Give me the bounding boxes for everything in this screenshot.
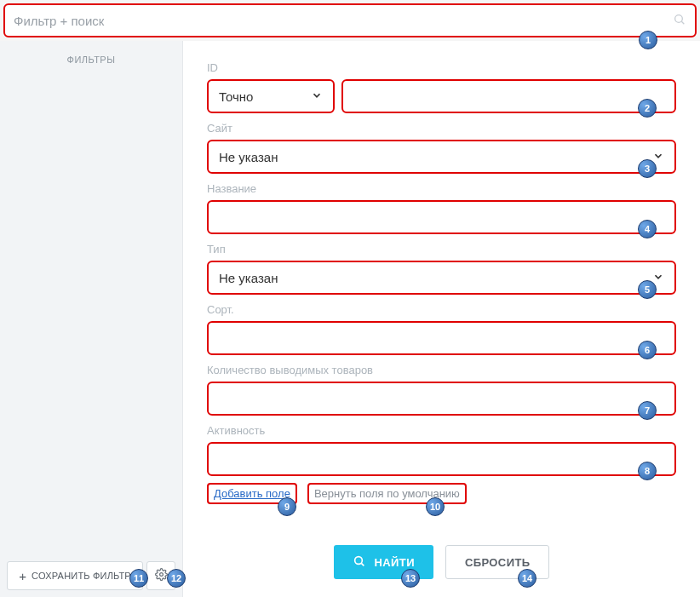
count-label: Количество выводимых товаров [207,364,676,376]
svg-line-1 [681,21,684,24]
count-input-wrap[interactable] [207,382,676,416]
type-label: Тип [207,243,676,255]
gear-icon [155,568,168,583]
reset-label: СБРОСИТЬ [465,556,531,569]
filter-settings-button[interactable] [146,561,175,590]
site-value: Не указан [219,150,278,164]
name-input-wrap[interactable] [207,200,676,234]
search-icon [673,13,686,29]
svg-line-4 [361,563,364,565]
search-input[interactable] [14,14,673,28]
activity-label: Активность [207,424,676,437]
sort-input-wrap[interactable] [207,321,676,355]
site-label: Сайт [207,122,676,135]
save-filter-label: СОХРАНИТЬ ФИЛЬТР [32,571,131,581]
id-mode-select[interactable]: Точно [207,79,335,113]
filter-form: ID Точно Сайт Не указан Название [183,41,700,597]
save-filter-button[interactable]: + СОХРАНИТЬ ФИЛЬТР [7,561,143,590]
id-input[interactable] [353,89,664,104]
sidebar-title: ФИЛЬТРЫ [0,41,182,78]
reset-button[interactable]: СБРОСИТЬ [445,545,550,579]
name-label: Название [207,182,676,195]
sort-input[interactable] [219,331,664,346]
id-label: ID [207,61,676,74]
add-field-link[interactable]: Добавить поле [207,483,297,504]
svg-point-3 [354,556,362,564]
plus-icon: + [19,569,26,583]
svg-point-0 [675,14,683,22]
count-input[interactable] [219,392,664,406]
find-button[interactable]: НАЙТИ [334,545,433,579]
type-value: Не указан [219,271,278,285]
sidebar: ФИЛЬТРЫ + СОХРАНИТЬ ФИЛЬТР [0,41,183,597]
id-mode-value: Точно [219,89,253,104]
activity-input-wrap[interactable] [207,442,676,476]
sort-label: Сорт. [207,303,676,316]
site-select[interactable]: Не указан [207,140,676,174]
chevron-down-icon [652,150,664,164]
main-wrap: ФИЛЬТРЫ + СОХРАНИТЬ ФИЛЬТР ID Точно [0,41,700,597]
reset-fields-link[interactable]: Вернуть поля по умолчанию [307,483,467,504]
type-select[interactable]: Не указан [207,261,676,295]
find-label: НАЙТИ [375,556,415,569]
name-input[interactable] [219,210,664,225]
chevron-down-icon [652,271,664,285]
search-bar[interactable] [3,3,697,37]
id-input-wrap[interactable] [341,79,676,113]
activity-input[interactable] [219,452,664,467]
svg-point-2 [159,573,163,577]
chevron-down-icon [311,89,323,104]
search-icon [353,554,366,571]
